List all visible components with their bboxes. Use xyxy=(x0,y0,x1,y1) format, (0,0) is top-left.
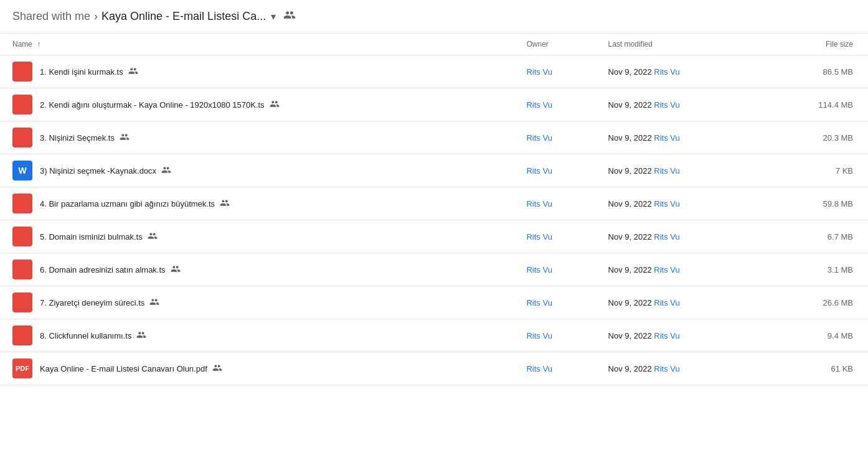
modified-user: Rits Vu xyxy=(654,331,679,340)
breadcrumb-shared-with-me[interactable]: Shared with me xyxy=(12,10,90,23)
breadcrumb-dropdown-icon[interactable]: ▾ xyxy=(271,11,276,22)
file-owner: Rits Vu xyxy=(516,187,598,220)
table-row[interactable]: 7. Ziyaretçi deneyim süreci.ts Rits Vu N… xyxy=(0,286,868,319)
file-modified: Nov 9, 2022 Rits Vu xyxy=(598,55,762,88)
table-row[interactable]: 8. Clickfunnel kullanımı.ts Rits Vu Nov … xyxy=(0,319,868,352)
table-row[interactable]: 3. Nişinizi Seçmek.ts Rits Vu Nov 9, 202… xyxy=(0,121,868,154)
file-name-cell: 5. Domain isminizi bulmak.ts xyxy=(0,220,516,253)
breadcrumb-current-folder: Kaya Online - E-mail Listesi Ca... xyxy=(101,10,266,23)
shared-icon xyxy=(120,132,130,142)
table-row[interactable]: PDF Kaya Online - E-mail Listesi Canavar… xyxy=(0,352,868,385)
modified-date: Nov 9, 2022 xyxy=(608,232,652,241)
file-name-cell: 6. Domain adresinizi satın almak.ts xyxy=(0,253,516,286)
file-name-label: 3) Nişinizi seçmek -Kaynak.docx xyxy=(40,166,156,176)
file-name-label: 4. Bir pazarlama uzmanı gibi ağınızı büy… xyxy=(40,199,215,209)
file-size: 59.8 MB xyxy=(762,187,868,220)
file-size: 3.1 MB xyxy=(762,253,868,286)
modified-date: Nov 9, 2022 xyxy=(608,364,652,373)
file-type-icon xyxy=(12,293,32,312)
modified-date: Nov 9, 2022 xyxy=(608,133,652,143)
modified-user: Rits Vu xyxy=(654,133,679,143)
breadcrumb-separator: › xyxy=(94,10,98,23)
file-name-label: Kaya Online - E-mail Listesi Canavarı Ol… xyxy=(40,364,207,373)
modified-user: Rits Vu xyxy=(654,67,679,77)
shared-with-icon xyxy=(220,198,230,210)
file-type-icon xyxy=(12,326,32,345)
file-modified: Nov 9, 2022 Rits Vu xyxy=(598,352,762,385)
file-name-cell: 4. Bir pazarlama uzmanı gibi ağınızı büy… xyxy=(0,187,516,220)
table-header-row: Name ↑ Owner Last modified File size xyxy=(0,34,868,55)
file-type-icon xyxy=(12,95,32,115)
file-type-icon xyxy=(12,194,32,213)
table-row[interactable]: 6. Domain adresinizi satın almak.ts Rits… xyxy=(0,253,868,286)
file-size: 6.7 MB xyxy=(762,220,868,253)
file-modified: Nov 9, 2022 Rits Vu xyxy=(598,121,762,154)
file-modified: Nov 9, 2022 Rits Vu xyxy=(598,220,762,253)
file-name-label: 6. Domain adresinizi satın almak.ts xyxy=(40,265,166,274)
shared-icon xyxy=(171,264,181,274)
modified-user: Rits Vu xyxy=(654,166,679,176)
file-modified: Nov 9, 2022 Rits Vu xyxy=(598,319,762,352)
table-row[interactable]: 5. Domain isminizi bulmak.ts Rits Vu Nov… xyxy=(0,220,868,253)
file-owner: Rits Vu xyxy=(516,121,598,154)
column-header-file-size[interactable]: File size xyxy=(762,34,868,55)
modified-user: Rits Vu xyxy=(654,100,679,110)
table-row[interactable]: W 3) Nişinizi seçmek -Kaynak.docx Rits V… xyxy=(0,154,868,187)
shared-with-icon xyxy=(128,66,138,78)
file-owner: Rits Vu xyxy=(516,319,598,352)
file-modified: Nov 9, 2022 Rits Vu xyxy=(598,88,762,121)
file-owner: Rits Vu xyxy=(516,286,598,319)
file-name-cell: 1. Kendi işini kurmak.ts xyxy=(0,55,516,88)
file-table: Name ↑ Owner Last modified File size 1. … xyxy=(0,34,868,385)
table-row[interactable]: 4. Bir pazarlama uzmanı gibi ağınızı büy… xyxy=(0,187,868,220)
shared-with-icon xyxy=(149,297,159,309)
shared-icon xyxy=(148,231,158,241)
sort-arrow-icon: ↑ xyxy=(37,40,40,49)
column-header-owner[interactable]: Owner xyxy=(516,34,598,55)
file-size: 86.5 MB xyxy=(762,55,868,88)
table-row[interactable]: 2. Kendi ağını oluşturmak - Kaya Online … xyxy=(0,88,868,121)
modified-user: Rits Vu xyxy=(654,298,679,307)
modified-date: Nov 9, 2022 xyxy=(608,199,652,209)
file-type-icon: W xyxy=(12,161,32,180)
file-modified: Nov 9, 2022 Rits Vu xyxy=(598,187,762,220)
shared-icon xyxy=(161,165,171,175)
shared-icon xyxy=(270,99,280,109)
breadcrumb-people-icon[interactable] xyxy=(283,9,296,24)
shared-with-icon xyxy=(120,132,130,144)
shared-with-icon xyxy=(161,165,171,177)
shared-with-icon xyxy=(212,363,222,375)
modified-date: Nov 9, 2022 xyxy=(608,100,652,110)
column-header-last-modified[interactable]: Last modified xyxy=(598,34,762,55)
shared-with-icon xyxy=(171,264,181,276)
column-header-name[interactable]: Name ↑ xyxy=(0,34,516,55)
file-name-cell: PDF Kaya Online - E-mail Listesi Canavar… xyxy=(0,352,516,385)
file-name-cell: W 3) Nişinizi seçmek -Kaynak.docx xyxy=(0,154,516,187)
file-name-cell: 8. Clickfunnel kullanımı.ts xyxy=(0,319,516,352)
file-type-icon xyxy=(12,62,32,82)
modified-date: Nov 9, 2022 xyxy=(608,331,652,340)
shared-icon xyxy=(212,363,222,373)
file-name-label: 7. Ziyaretçi deneyim süreci.ts xyxy=(40,298,144,307)
file-name-label: 2. Kendi ağını oluşturmak - Kaya Online … xyxy=(40,100,265,110)
file-size: 61 KB xyxy=(762,352,868,385)
shared-with-icon xyxy=(270,99,280,111)
table-row[interactable]: 1. Kendi işini kurmak.ts Rits Vu Nov 9, … xyxy=(0,55,868,88)
file-name-cell: 3. Nişinizi Seçmek.ts xyxy=(0,121,516,154)
modified-user: Rits Vu xyxy=(654,199,679,209)
file-name-label: 8. Clickfunnel kullanımı.ts xyxy=(40,331,131,340)
file-name-label: 1. Kendi işini kurmak.ts xyxy=(40,67,123,77)
file-type-icon xyxy=(12,128,32,148)
shared-with-icon xyxy=(136,330,146,342)
shared-with-icon xyxy=(148,231,158,243)
file-size: 20.3 MB xyxy=(762,121,868,154)
file-modified: Nov 9, 2022 Rits Vu xyxy=(598,286,762,319)
file-name-label: 3. Nişinizi Seçmek.ts xyxy=(40,133,115,143)
file-name-label: 5. Domain isminizi bulmak.ts xyxy=(40,232,143,241)
file-owner: Rits Vu xyxy=(516,88,598,121)
file-size: 9.4 MB xyxy=(762,319,868,352)
file-owner: Rits Vu xyxy=(516,253,598,286)
file-size: 26.6 MB xyxy=(762,286,868,319)
shared-icon xyxy=(220,198,230,208)
file-type-icon: PDF xyxy=(12,359,32,378)
